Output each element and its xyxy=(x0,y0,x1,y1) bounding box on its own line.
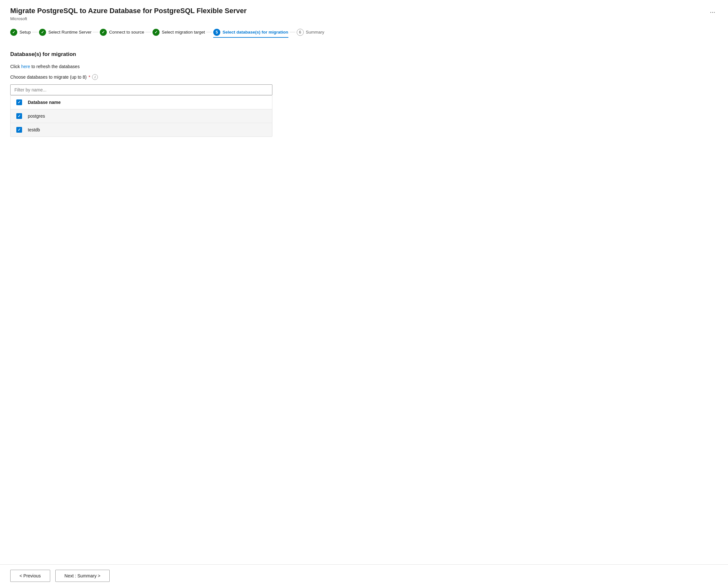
step-label-summary: Summary xyxy=(306,30,325,34)
choose-label: Choose databases to migrate (up to 8) * … xyxy=(10,74,718,80)
step-label-connect-source: Connect to source xyxy=(109,30,144,34)
step-select-databases[interactable]: 5Select database(s) for migration xyxy=(213,27,288,38)
app-header: ··· Migrate PostgreSQL to Azure Database… xyxy=(0,0,728,21)
app-subtitle: Microsoft xyxy=(10,16,718,21)
step-label-migration-target: Select migration target xyxy=(162,30,205,34)
step-icon-connect-source: ✓ xyxy=(100,29,107,36)
step-migration-target[interactable]: ✓Select migration target xyxy=(152,27,205,38)
step-connect-source[interactable]: ✓Connect to source xyxy=(100,27,144,38)
step-separator xyxy=(145,32,151,32)
app-title: Migrate PostgreSQL to Azure Database for… xyxy=(10,6,718,16)
step-icon-select-databases: 5 xyxy=(213,29,220,36)
ellipsis-button[interactable]: ··· xyxy=(707,7,718,17)
database-table: Database name postgrestestdb xyxy=(10,95,273,137)
select-all-checkbox[interactable] xyxy=(16,99,22,105)
db-name-0: postgres xyxy=(28,114,45,119)
filter-input[interactable] xyxy=(10,85,273,95)
step-label-runtime: Select Runtime Server xyxy=(48,30,91,34)
table-and-filter: Database name postgrestestdb xyxy=(10,85,273,137)
refresh-link[interactable]: here xyxy=(21,64,30,69)
step-separator xyxy=(93,32,98,32)
step-label-select-databases: Select database(s) for migration xyxy=(222,30,288,34)
step-separator xyxy=(32,32,38,32)
footer: < Previous Next : Summary > xyxy=(0,564,728,587)
row-checkbox-0[interactable] xyxy=(16,113,22,119)
refresh-text-after: to refresh the databases xyxy=(30,64,79,69)
table-row: testdb xyxy=(10,123,272,137)
row-checkbox-1[interactable] xyxy=(16,127,22,133)
step-separator xyxy=(206,32,212,32)
step-icon-summary: 6 xyxy=(297,29,304,36)
table-header-row: Database name xyxy=(10,96,272,109)
info-icon[interactable]: i xyxy=(92,74,98,80)
step-setup[interactable]: ✓Setup xyxy=(10,27,31,38)
db-name-1: testdb xyxy=(28,127,40,132)
step-runtime[interactable]: ✓Select Runtime Server xyxy=(39,27,91,38)
main-content: Database(s) for migration Click here to … xyxy=(0,44,728,564)
table-row: postgres xyxy=(10,109,272,123)
required-star: * xyxy=(89,74,90,79)
table-header-label: Database name xyxy=(28,100,61,105)
step-summary[interactable]: 6Summary xyxy=(297,27,325,38)
refresh-text-before: Click xyxy=(10,64,21,69)
step-icon-migration-target: ✓ xyxy=(152,29,160,36)
step-separator xyxy=(290,32,296,32)
next-button[interactable]: Next : Summary > xyxy=(55,570,110,582)
refresh-line: Click here to refresh the databases xyxy=(10,64,718,69)
section-title: Database(s) for migration xyxy=(10,51,718,57)
step-icon-setup: ✓ xyxy=(10,29,17,36)
step-label-setup: Setup xyxy=(20,30,31,34)
stepper: ✓Setup✓Select Runtime Server✓Connect to … xyxy=(0,21,728,44)
step-icon-runtime: ✓ xyxy=(39,29,46,36)
previous-button[interactable]: < Previous xyxy=(10,570,50,582)
